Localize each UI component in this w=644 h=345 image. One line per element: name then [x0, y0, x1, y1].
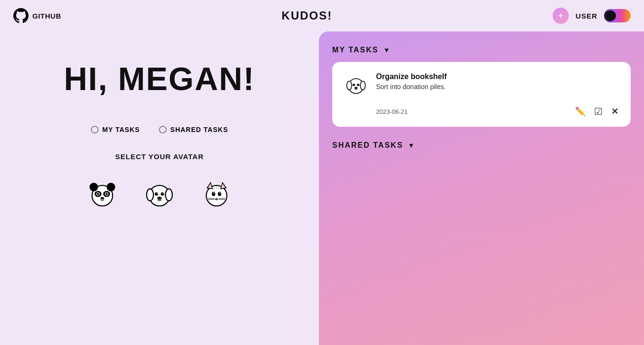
- filter-row: MY TASKS SHARED TASKS: [91, 126, 228, 133]
- radio-my-tasks[interactable]: [91, 126, 99, 133]
- cat-icon: [199, 177, 234, 211]
- user-label: USER: [575, 12, 597, 20]
- svg-point-1: [89, 183, 98, 192]
- svg-point-19: [160, 198, 161, 199]
- task-text: Organize bookshelf Sort into donation pi…: [376, 72, 619, 91]
- my-tasks-chevron[interactable]: ▼: [383, 46, 390, 54]
- svg-point-9: [100, 197, 104, 200]
- task-card: Organize bookshelf Sort into donation pi…: [332, 62, 631, 127]
- svg-point-8: [106, 193, 108, 195]
- svg-point-12: [166, 189, 172, 201]
- task-card-bottom: 2023-06-21 ✏️ ☑ ✕: [344, 105, 619, 118]
- svg-point-18: [158, 198, 159, 199]
- plus-icon: +: [558, 10, 564, 21]
- svg-point-40: [353, 83, 355, 86]
- shared-tasks-title: SHARED TASKS: [332, 141, 403, 150]
- avatar-dog[interactable]: [140, 175, 178, 213]
- svg-point-2: [107, 183, 115, 192]
- panda-icon: [85, 177, 119, 211]
- svg-point-15: [157, 193, 158, 194]
- avatar-row: [83, 175, 236, 213]
- task-date: 2023-06-21: [376, 108, 408, 115]
- my-tasks-section-header: MY TASKS ▼: [332, 46, 631, 54]
- svg-point-42: [354, 84, 355, 85]
- avatar-panda[interactable]: [83, 175, 121, 213]
- svg-point-41: [357, 83, 359, 86]
- task-subtitle: Sort into donation piles.: [376, 83, 619, 91]
- right-panel: MY TASKS ▼ Or: [319, 31, 644, 345]
- filter-my-tasks-label: MY TASKS: [102, 126, 140, 133]
- theme-toggle[interactable]: [604, 9, 631, 22]
- toggle-knob: [605, 10, 616, 21]
- shared-tasks-section-header: SHARED TASKS ▼: [332, 141, 631, 150]
- task-title: Organize bookshelf: [376, 72, 619, 81]
- svg-point-11: [147, 189, 153, 201]
- svg-point-25: [212, 192, 215, 196]
- github-icon: [13, 8, 29, 23]
- svg-point-46: [357, 88, 357, 88]
- header-right: + USER: [553, 8, 631, 24]
- add-button[interactable]: +: [553, 8, 569, 24]
- svg-point-26: [218, 192, 221, 196]
- svg-point-14: [161, 192, 164, 195]
- github-label: GITHUB: [32, 12, 61, 20]
- svg-point-17: [158, 197, 162, 200]
- filter-my-tasks[interactable]: MY TASKS: [91, 126, 140, 133]
- svg-point-7: [97, 193, 99, 195]
- main-content: HI, MEGAN! MY TASKS SHARED TASKS SELECT …: [0, 31, 644, 345]
- left-panel: HI, MEGAN! MY TASKS SHARED TASKS SELECT …: [0, 31, 319, 345]
- avatar-cat[interactable]: [198, 175, 236, 213]
- greeting: HI, MEGAN!: [64, 60, 255, 97]
- delete-task-button[interactable]: ✕: [610, 105, 619, 118]
- filter-shared-tasks[interactable]: SHARED TASKS: [159, 126, 228, 133]
- svg-point-44: [355, 87, 358, 89]
- app-title: KUDOS!: [282, 9, 333, 22]
- svg-point-28: [219, 193, 220, 193]
- svg-point-45: [355, 88, 356, 88]
- task-card-top: Organize bookshelf Sort into donation pi…: [344, 72, 619, 97]
- edit-task-button[interactable]: ✏️: [574, 105, 586, 118]
- svg-point-13: [155, 192, 158, 195]
- radio-shared-tasks[interactable]: [159, 126, 167, 133]
- complete-task-button[interactable]: ☑: [593, 105, 604, 118]
- github-link[interactable]: GITHUB: [13, 8, 61, 23]
- svg-point-43: [358, 84, 359, 85]
- shared-tasks-chevron[interactable]: ▼: [408, 142, 415, 149]
- task-avatar-dog: [344, 72, 368, 97]
- avatar-section-label: SELECT YOUR AVATAR: [115, 152, 204, 161]
- app-header: GITHUB KUDOS! + USER: [0, 0, 644, 31]
- svg-point-39: [360, 81, 365, 90]
- svg-point-38: [347, 81, 352, 90]
- dog-icon: [142, 177, 177, 211]
- my-tasks-title: MY TASKS: [332, 46, 378, 54]
- svg-point-16: [163, 193, 164, 194]
- filter-shared-tasks-label: SHARED TASKS: [170, 126, 228, 133]
- svg-point-27: [214, 193, 215, 193]
